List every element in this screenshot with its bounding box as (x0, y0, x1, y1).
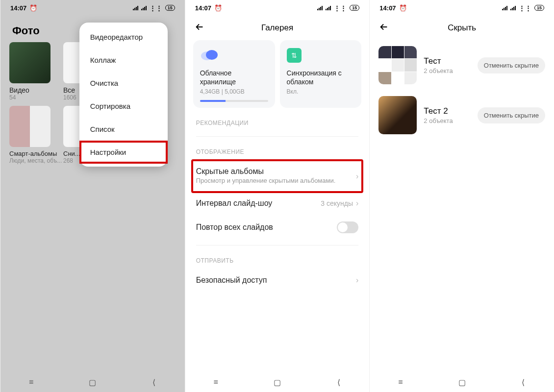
page-title: Скрыть (393, 23, 530, 33)
section-header: ОТПРАВИТЬ (185, 245, 370, 269)
signal-icon (510, 5, 516, 10)
album-thumb[interactable] (378, 46, 417, 84)
card-title: Синхронизация с облаком (287, 69, 355, 86)
album-name: Видео (9, 86, 63, 94)
nav-bar: ≡ ▢ ⟨ (370, 372, 554, 392)
row-title: Интервал слайд-шоу (196, 199, 321, 208)
row-title: Повтор всех слайдов (196, 223, 337, 232)
alarm-icon: ⏰ (29, 4, 37, 12)
menu-cleanup[interactable]: Очистка (79, 72, 168, 95)
nav-recent[interactable]: ≡ (393, 377, 408, 387)
menu-collage[interactable]: Коллаж (79, 49, 168, 72)
menu-sort[interactable]: Сортировка (79, 95, 168, 118)
cloud-storage-card[interactable]: Облачное хранилище 4,34GB | 5,00GB (193, 40, 275, 108)
signal-icon (502, 5, 507, 10)
unhide-button[interactable]: Отменить скрытие (478, 57, 545, 74)
alarm-icon: ⏰ (399, 4, 407, 12)
sync-icon: ⇅ (287, 48, 302, 63)
chevron-right-icon: › (356, 199, 358, 208)
highlight-box: Скрытые альбомы Просмотр и управление ск… (192, 160, 363, 192)
album-name: Тест (424, 56, 470, 66)
unhide-button[interactable]: Отменить скрытие (478, 107, 545, 123)
back-button[interactable] (194, 22, 209, 34)
cloud-sync-card[interactable]: ⇅ Синхронизация с облаком Вкл. (280, 40, 362, 108)
album-thumb (9, 42, 50, 83)
toggle-switch[interactable] (337, 221, 358, 233)
nav-home[interactable]: ▢ (270, 377, 285, 387)
nav-recent[interactable]: ≡ (208, 377, 223, 387)
album-thumb (9, 106, 50, 147)
screen-gallery-settings: 14:07⏰ ⋮⋮ 15 Галерея Облачное хранилище … (185, 0, 370, 392)
signal-icon (317, 5, 323, 10)
album-count: 2 объекта (424, 117, 470, 124)
storage-bar (200, 100, 268, 102)
clock: 14:07 (195, 4, 211, 12)
svg-point-1 (206, 50, 218, 60)
clock: 14:07 (10, 4, 26, 12)
chevron-right-icon: › (356, 172, 358, 181)
status-bar: 14:07⏰ ⋮⋮ 15 (370, 0, 554, 16)
menu-list[interactable]: Список (79, 118, 168, 141)
cloud-icon (200, 48, 219, 63)
wifi-icon: ⋮⋮ (150, 4, 162, 12)
row-value: 3 секунды (321, 199, 353, 207)
clock: 14:07 (379, 4, 396, 12)
hidden-album-row: Тест 2 объекта Отменить скрытие (370, 40, 554, 90)
hidden-albums-row[interactable]: Скрытые альбомы Просмотр и управление ск… (192, 160, 363, 192)
screen-hidden-albums: 14:07⏰ ⋮⋮ 15 Скрыть Тест 2 объекта Отмен… (369, 0, 554, 392)
album-name: Тест 2 (424, 106, 470, 116)
nav-back[interactable]: ⟨ (147, 377, 161, 387)
context-menu: Видеоредактор Коллаж Очистка Сортировка … (79, 23, 168, 167)
nav-bar: ≡ ▢ ⟨ (0, 372, 185, 392)
status-bar: 14:07⏰ ⋮⋮ 15 (0, 0, 185, 16)
nav-home[interactable]: ▢ (454, 377, 469, 387)
menu-settings[interactable]: Настройки (79, 141, 168, 164)
wifi-icon: ⋮⋮ (519, 4, 531, 12)
menu-video-editor[interactable]: Видеоредактор (79, 25, 168, 49)
row-subtitle: Просмотр и управление скрытыми альбомами… (196, 177, 356, 185)
signal-icon (326, 5, 331, 10)
secure-access-row[interactable]: Безопасный доступ › (185, 269, 370, 292)
album-thumb[interactable] (378, 96, 417, 134)
section-header: РЕКОМЕНДАЦИИ (185, 108, 370, 131)
signal-icon (141, 5, 147, 10)
alarm-icon: ⏰ (214, 4, 222, 12)
section-header: ОТОБРАЖЕНИЕ (185, 137, 370, 160)
top-bar: Галерея (185, 16, 370, 40)
repeat-slides-row[interactable]: Повтор всех слайдов (185, 215, 370, 240)
album-name: Смарт-альбомы (9, 150, 63, 157)
nav-recent[interactable]: ≡ (24, 377, 39, 387)
card-subtitle: Вкл. (287, 88, 355, 95)
back-button[interactable] (378, 22, 393, 34)
card-subtitle: 4,34GB | 5,00GB (200, 88, 268, 95)
screen-gallery-albums: 14:07⏰ ⋮⋮ 15 Фото Видео 54 Все 1606 (0, 0, 185, 392)
signal-icon (133, 5, 138, 10)
album-item[interactable]: Смарт-альбомы Люди, места, объ... (9, 106, 63, 164)
album-count: Люди, места, объ... (9, 157, 63, 164)
battery-icon: 15 (165, 5, 175, 11)
nav-bar: ≡ ▢ ⟨ (185, 372, 370, 392)
cloud-cards: Облачное хранилище 4,34GB | 5,00GB ⇅ Син… (185, 40, 370, 108)
album-item[interactable]: Видео 54 (9, 42, 63, 101)
hidden-album-row: Тест 2 2 объекта Отменить скрытие (370, 90, 554, 140)
page-title: Галерея (209, 23, 346, 33)
row-title: Безопасный доступ (196, 276, 356, 285)
wifi-icon: ⋮⋮ (334, 4, 347, 12)
slideshow-interval-row[interactable]: Интервал слайд-шоу 3 секунды › (185, 192, 370, 215)
battery-icon: 15 (350, 5, 359, 11)
album-count: 2 объекта (424, 67, 470, 74)
chevron-right-icon: › (356, 276, 358, 285)
nav-back[interactable]: ⟨ (331, 377, 346, 387)
status-bar: 14:07⏰ ⋮⋮ 15 (185, 0, 370, 16)
row-title: Скрытые альбомы (196, 167, 356, 176)
nav-back[interactable]: ⟨ (516, 377, 530, 387)
album-count: 54 (9, 94, 63, 101)
card-title: Облачное хранилище (200, 69, 268, 86)
battery-icon: 15 (534, 5, 544, 11)
top-bar: Скрыть (370, 16, 554, 40)
nav-home[interactable]: ▢ (85, 377, 100, 387)
